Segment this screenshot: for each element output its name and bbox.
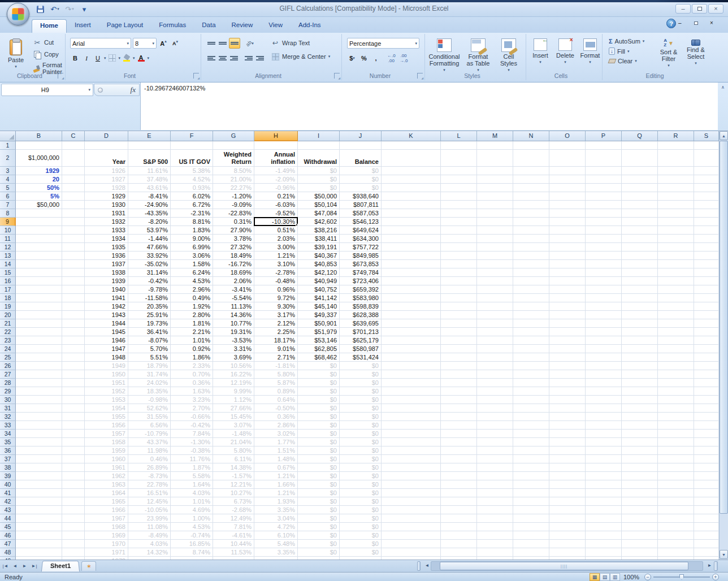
cell-header[interactable]: S&P 500 bbox=[128, 150, 171, 167]
cell[interactable]: 2.80% bbox=[171, 311, 213, 319]
cell[interactable] bbox=[622, 336, 658, 345]
cell[interactable] bbox=[513, 150, 549, 167]
cell[interactable]: 0.92% bbox=[171, 345, 213, 353]
cell[interactable]: 3.35% bbox=[254, 548, 298, 557]
row-header-37[interactable]: 37 bbox=[0, 455, 16, 463]
cell[interactable] bbox=[622, 218, 658, 226]
cell[interactable]: 27.66% bbox=[213, 404, 254, 413]
cell[interactable] bbox=[441, 319, 477, 328]
cell[interactable] bbox=[16, 336, 62, 345]
cell[interactable]: 1.01% bbox=[171, 497, 213, 506]
cell[interactable] bbox=[382, 226, 441, 235]
cell[interactable] bbox=[513, 455, 549, 463]
cell[interactable] bbox=[658, 150, 694, 167]
cell[interactable] bbox=[694, 455, 719, 463]
cell[interactable] bbox=[62, 370, 85, 379]
cell[interactable]: $45,140 bbox=[298, 302, 340, 311]
sheet-tab-sheet1[interactable]: Sheet1 bbox=[41, 561, 80, 571]
cell[interactable]: 0.21% bbox=[254, 192, 298, 201]
row-header-17[interactable]: 17 bbox=[0, 285, 16, 294]
cell[interactable]: $639,695 bbox=[340, 319, 382, 328]
column-header-L[interactable]: L bbox=[441, 131, 477, 141]
cell[interactable] bbox=[513, 201, 549, 209]
merge-center-button[interactable]: Merge & Center▾ bbox=[268, 51, 332, 62]
cell[interactable] bbox=[586, 548, 622, 557]
cell[interactable]: -8.73% bbox=[128, 472, 171, 480]
merge-center-dropdown-icon[interactable]: ▾ bbox=[328, 54, 331, 59]
column-header-F[interactable]: F bbox=[171, 131, 213, 141]
zoom-in-icon[interactable]: + bbox=[712, 574, 719, 580]
cell[interactable] bbox=[513, 379, 549, 387]
cell[interactable] bbox=[477, 167, 513, 175]
cell[interactable] bbox=[382, 421, 441, 430]
cell[interactable] bbox=[658, 192, 694, 201]
cell[interactable] bbox=[62, 446, 85, 455]
cell[interactable]: 43.61% bbox=[128, 184, 171, 192]
cell[interactable] bbox=[477, 184, 513, 192]
cell[interactable] bbox=[694, 421, 719, 430]
cell[interactable] bbox=[549, 141, 586, 150]
cell[interactable] bbox=[62, 252, 85, 260]
cell[interactable] bbox=[441, 480, 477, 489]
horizontal-splitter-handle-right[interactable] bbox=[714, 561, 718, 571]
cell[interactable] bbox=[513, 175, 549, 184]
cell[interactable]: $40,853 bbox=[298, 260, 340, 268]
save-button[interactable] bbox=[34, 3, 46, 15]
cell[interactable]: -8.49% bbox=[128, 531, 171, 540]
row-header-43[interactable]: 43 bbox=[0, 506, 16, 514]
cell[interactable]: 5.48% bbox=[254, 540, 298, 548]
cell[interactable] bbox=[382, 175, 441, 184]
cell[interactable] bbox=[586, 421, 622, 430]
cell[interactable]: $0 bbox=[298, 472, 340, 480]
cell[interactable]: 1.21% bbox=[254, 252, 298, 260]
row-header-48[interactable]: 48 bbox=[0, 548, 16, 557]
cell[interactable] bbox=[658, 184, 694, 192]
cell[interactable] bbox=[441, 446, 477, 455]
cell[interactable] bbox=[513, 260, 549, 268]
cell[interactable] bbox=[62, 540, 85, 548]
cell[interactable]: 3.07% bbox=[213, 421, 254, 430]
cell[interactable] bbox=[549, 379, 586, 387]
cell[interactable] bbox=[382, 446, 441, 455]
cell[interactable]: 0.36% bbox=[254, 413, 298, 421]
cell[interactable] bbox=[586, 268, 622, 277]
row-header-42[interactable]: 42 bbox=[0, 497, 16, 506]
cell[interactable] bbox=[513, 438, 549, 446]
cell[interactable] bbox=[62, 285, 85, 294]
cell[interactable] bbox=[658, 252, 694, 260]
font-name-combo[interactable]: Arial▾ bbox=[70, 38, 131, 49]
cell[interactable] bbox=[477, 540, 513, 548]
cell[interactable] bbox=[549, 201, 586, 209]
cell[interactable] bbox=[658, 379, 694, 387]
tab-insert[interactable]: Insert bbox=[67, 19, 99, 33]
cell[interactable] bbox=[477, 268, 513, 277]
cell[interactable] bbox=[658, 455, 694, 463]
cell[interactable]: 1.87% bbox=[171, 463, 213, 472]
cell[interactable] bbox=[658, 404, 694, 413]
cell[interactable] bbox=[658, 497, 694, 506]
cell[interactable]: $580,987 bbox=[340, 345, 382, 353]
cell[interactable] bbox=[16, 489, 62, 497]
cell[interactable] bbox=[513, 540, 549, 548]
cell[interactable] bbox=[694, 387, 719, 396]
cell[interactable] bbox=[382, 277, 441, 285]
cell[interactable]: 0.36% bbox=[171, 379, 213, 387]
cell[interactable]: -9.52% bbox=[254, 209, 298, 218]
cell[interactable] bbox=[477, 192, 513, 201]
decrease-indent-button[interactable] bbox=[244, 53, 254, 63]
cell[interactable]: 12.19% bbox=[213, 379, 254, 387]
column-header-E[interactable]: E bbox=[128, 131, 171, 141]
cell[interactable]: -1.57% bbox=[213, 472, 254, 480]
cell[interactable] bbox=[586, 235, 622, 243]
cell[interactable] bbox=[658, 201, 694, 209]
cell[interactable] bbox=[62, 277, 85, 285]
cell[interactable]: 1953 bbox=[85, 396, 128, 404]
cell[interactable] bbox=[586, 430, 622, 438]
cell[interactable]: 1945 bbox=[85, 328, 128, 336]
cell[interactable]: $62,805 bbox=[298, 345, 340, 353]
cell[interactable] bbox=[586, 328, 622, 336]
cell[interactable] bbox=[62, 472, 85, 480]
cell[interactable]: 2.25% bbox=[254, 328, 298, 336]
cell[interactable] bbox=[658, 446, 694, 455]
cell[interactable]: 1959 bbox=[85, 446, 128, 455]
